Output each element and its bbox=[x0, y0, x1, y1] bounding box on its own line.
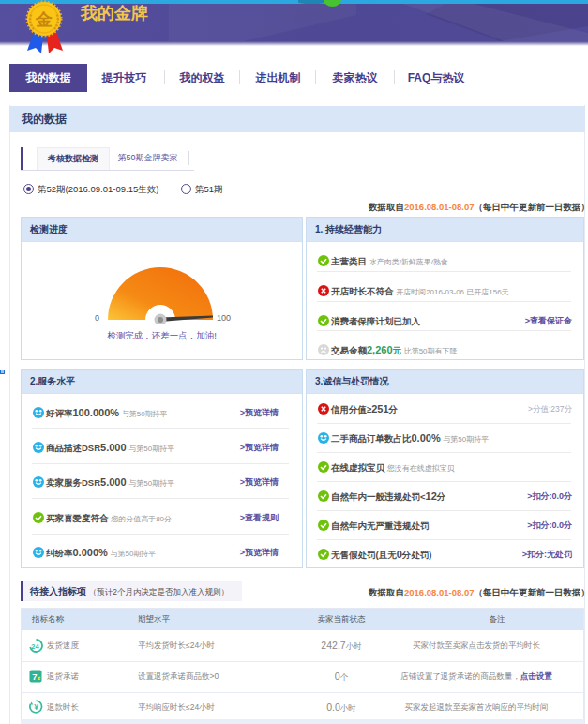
svg-text:24: 24 bbox=[31, 642, 39, 651]
svg-text:7: 7 bbox=[32, 671, 37, 682]
svg-text:¥: ¥ bbox=[34, 702, 38, 712]
svg-text:金: 金 bbox=[35, 10, 53, 29]
